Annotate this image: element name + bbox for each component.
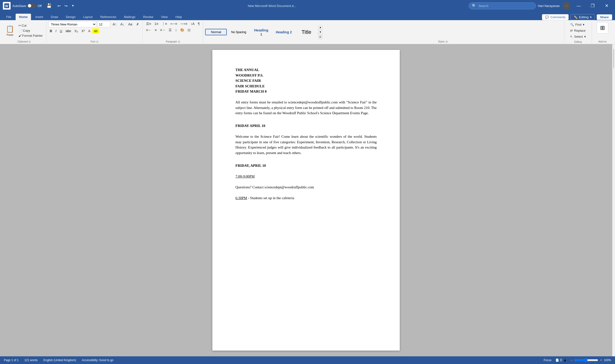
paste-icon: 📋 — [6, 25, 14, 33]
numbering-button[interactable]: 1≡ — [153, 21, 160, 26]
autosave-toggle[interactable] — [27, 4, 36, 8]
ribbon-tabs: File Home Insert Draw Design Layout Refe… — [0, 12, 615, 20]
font-shrink-button[interactable]: A↓ — [119, 22, 126, 27]
autosave-label: AutoSave — [13, 4, 26, 8]
autosave-state: Off — [38, 4, 41, 8]
doc-time-line: 7:00-9:00PM — [235, 174, 377, 179]
comments-button[interactable]: 💬 Comments — [542, 14, 569, 20]
superscript-button[interactable]: X² — [80, 28, 86, 34]
styles-scroll-up[interactable]: ▲ — [318, 25, 322, 29]
format-painter-button[interactable]: 🖌 Format Painter — [17, 33, 44, 38]
font-family-select[interactable]: Times New Roman — [48, 21, 96, 27]
copy-button[interactable]: 📄 Copy — [17, 28, 44, 33]
addins-icon[interactable]: ⊞ — [597, 22, 608, 34]
align-center-button[interactable]: ≡ — [153, 27, 158, 33]
clipboard-small-buttons: ✂ Cut 📄 Copy 🖌 Format Painter — [17, 23, 44, 38]
style-heading1[interactable]: Heading 1 — [250, 27, 272, 38]
customize-button[interactable]: ▼ — [70, 3, 75, 8]
save-button[interactable]: 💾 — [43, 2, 55, 10]
shading-button[interactable]: 🎨 — [179, 27, 186, 33]
minimize-button[interactable]: — — [573, 2, 584, 10]
styles-section: Normal No Spacing Heading 1 Heading 2 Ti… — [203, 21, 564, 43]
zoom-level: 100% — [604, 359, 611, 362]
show-marks-button[interactable]: ¶ — [196, 21, 201, 26]
restore-button[interactable]: ❐ — [587, 2, 598, 10]
zoom-slider[interactable] — [574, 358, 598, 362]
strikethrough-button[interactable]: abc — [64, 28, 73, 34]
tab-draw[interactable]: Draw — [48, 14, 61, 20]
border-button[interactable]: ⊡ — [186, 27, 192, 33]
tab-references[interactable]: References — [97, 14, 119, 20]
tab-insert[interactable]: Insert — [32, 14, 47, 20]
page-info: Page 1 of 1 — [4, 359, 18, 362]
select-button[interactable]: ↖ Select ▾ — [568, 34, 588, 39]
document-content[interactable]: THE ANNUAL WOODRUFF P.S. SCIENCE FAIR FA… — [235, 67, 377, 201]
bold-button[interactable]: B — [48, 28, 54, 34]
redo-button[interactable]: ↪ — [63, 3, 68, 9]
style-no-spacing[interactable]: No Spacing — [228, 29, 249, 35]
tab-design[interactable]: Design — [62, 14, 79, 20]
increase-indent-button[interactable]: ⟶≡ — [179, 21, 189, 26]
doc-line-4: FAIR SCHEDULE — [235, 83, 377, 89]
decrease-indent-button[interactable]: ⟵≡ — [169, 21, 178, 26]
paste-button[interactable]: 📋 Paste — [4, 24, 16, 37]
styles-scroll-down[interactable]: ▼ — [318, 30, 322, 34]
tab-home[interactable]: Home — [16, 14, 31, 20]
font-section: Times New Roman A↑ A↓ Aa ✗ B I U abc X₂ … — [46, 21, 143, 43]
clipboard-expand-icon[interactable]: ⊡ — [28, 40, 30, 43]
share-button[interactable]: Share — [597, 14, 612, 20]
search-input[interactable] — [478, 4, 527, 8]
focus-button[interactable]: Focus — [544, 359, 552, 362]
paragraph-expand-icon[interactable]: ⊡ — [178, 40, 180, 43]
document-area[interactable]: THE ANNUAL WOODRUFF P.S. SCIENCE FAIR FA… — [0, 44, 612, 356]
editing-mode-button[interactable]: ✏️ Editing ▾ — [571, 14, 595, 20]
zoom-in-icon[interactable]: + — [600, 359, 602, 362]
doc-line-2: WOODRUFF P.S. — [235, 73, 377, 78]
comment-icon: 💬 — [545, 15, 549, 19]
word-count: 121 words — [24, 359, 38, 362]
font-expand-icon[interactable]: ⊡ — [96, 40, 98, 43]
style-normal[interactable]: Normal — [205, 29, 227, 35]
align-left-button[interactable]: ≡← — [145, 27, 153, 33]
tab-review[interactable]: Review — [140, 14, 157, 20]
tab-layout[interactable]: Layout — [80, 14, 96, 20]
italic-button[interactable]: I — [54, 28, 58, 34]
close-button[interactable]: ✕ — [601, 2, 612, 10]
subscript-button[interactable]: X₂ — [73, 28, 80, 34]
change-case-button[interactable]: Aa — [127, 22, 134, 27]
scrollbar[interactable] — [612, 44, 615, 356]
multilevel-button[interactable]: ⋮≡ — [160, 21, 168, 26]
tab-help[interactable]: Help — [172, 14, 185, 20]
ribbon-tab-right: 💬 Comments ✏️ Editing ▾ Share — [542, 14, 612, 20]
tab-mailings[interactable]: Mailings — [121, 14, 139, 20]
replace-button[interactable]: ⇄ Replace — [568, 28, 588, 33]
scroll-thumb[interactable] — [613, 49, 614, 68]
tab-file[interactable]: File — [3, 14, 15, 20]
clear-format-button[interactable]: ✗ — [135, 22, 140, 27]
styles-gallery: Normal No Spacing Heading 1 Heading 2 Ti… — [205, 27, 317, 38]
zoom-control: − + 100% — [571, 358, 611, 362]
line-spacing-button[interactable]: ↕ — [174, 27, 178, 33]
styles-expand-icon[interactable]: ⊡ — [446, 40, 448, 43]
justify-button[interactable]: ☰ — [167, 27, 173, 33]
zoom-out-icon[interactable]: − — [571, 359, 572, 362]
bullets-button[interactable]: ☰≡ — [145, 21, 152, 26]
search-box[interactable]: 🔍 — [469, 2, 536, 9]
underline-button[interactable]: U — [58, 28, 64, 34]
share-label: Share — [600, 15, 609, 19]
align-right-button[interactable]: ≡→ — [159, 27, 167, 33]
cut-button[interactable]: ✂ Cut — [17, 23, 44, 28]
sort-button[interactable]: ↕A — [189, 21, 196, 26]
undo-button[interactable]: ↩ — [56, 3, 61, 9]
style-title[interactable]: Title — [296, 28, 317, 37]
find-button[interactable]: 🔍 Find ▾ — [568, 22, 588, 27]
font-grow-button[interactable]: A↑ — [111, 22, 118, 27]
highlight-color-button[interactable]: ab — [92, 28, 99, 34]
user-avatar[interactable]: ··· — [563, 2, 570, 10]
font-size-input[interactable] — [97, 21, 110, 27]
styles-expand[interactable]: ⊡ — [318, 35, 322, 39]
tab-view[interactable]: View — [158, 14, 171, 20]
select-icon: ↖ — [570, 35, 573, 39]
style-heading2[interactable]: Heading 2 — [273, 29, 295, 35]
font-color-button[interactable]: A — [87, 28, 92, 34]
